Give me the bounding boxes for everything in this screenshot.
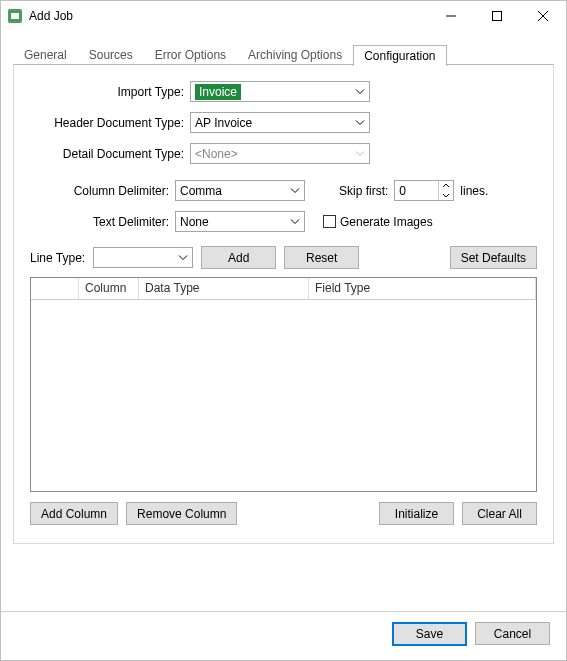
dialog-content: General Sources Error Options Archiving … xyxy=(1,31,566,660)
chevron-down-icon xyxy=(288,182,302,199)
remove-column-button[interactable]: Remove Column xyxy=(126,502,237,525)
skip-first-spinner[interactable] xyxy=(438,181,453,200)
tab-panel-configuration: Import Type: Invoice Header Document Typ… xyxy=(13,64,554,544)
title-bar: Add Job xyxy=(1,1,566,31)
grid-col-rowheader xyxy=(31,278,79,299)
chevron-down-icon xyxy=(353,145,367,162)
cancel-button[interactable]: Cancel xyxy=(475,622,550,645)
spin-up-icon[interactable] xyxy=(439,181,453,191)
generate-images-label: Generate Images xyxy=(340,215,433,229)
import-type-label: Import Type: xyxy=(30,85,190,99)
lines-suffix: lines. xyxy=(460,184,488,198)
tab-sources[interactable]: Sources xyxy=(78,44,144,65)
chevron-down-icon xyxy=(353,83,367,100)
reset-button[interactable]: Reset xyxy=(284,246,359,269)
generate-images-checkbox[interactable] xyxy=(323,215,336,228)
window-title: Add Job xyxy=(29,9,428,23)
minimize-button[interactable] xyxy=(428,1,474,31)
svg-rect-3 xyxy=(493,12,502,21)
text-delimiter-value: None xyxy=(180,215,209,229)
line-type-select[interactable] xyxy=(93,247,193,268)
import-type-select[interactable]: Invoice xyxy=(190,81,370,102)
header-doc-type-label: Header Document Type: xyxy=(30,116,190,130)
save-button[interactable]: Save xyxy=(392,622,467,646)
column-delimiter-value: Comma xyxy=(180,184,222,198)
tab-archiving-options[interactable]: Archiving Options xyxy=(237,44,353,65)
grid-header: Column Data Type Field Type xyxy=(31,278,536,300)
set-defaults-button[interactable]: Set Defaults xyxy=(450,246,537,269)
spin-down-icon[interactable] xyxy=(439,191,453,201)
columns-grid[interactable]: Column Data Type Field Type xyxy=(30,277,537,492)
svg-rect-1 xyxy=(11,13,19,19)
tab-configuration[interactable]: Configuration xyxy=(353,45,446,66)
initialize-button[interactable]: Initialize xyxy=(379,502,454,525)
line-type-label: Line Type: xyxy=(30,251,85,265)
skip-first-input[interactable]: 0 xyxy=(394,180,454,201)
tab-general[interactable]: General xyxy=(13,44,78,65)
header-doc-type-value: AP Invoice xyxy=(195,116,252,130)
close-button[interactable] xyxy=(520,1,566,31)
grid-col-fieldtype[interactable]: Field Type xyxy=(309,278,536,299)
clear-all-button[interactable]: Clear All xyxy=(462,502,537,525)
skip-first-label: Skip first: xyxy=(339,184,394,198)
chevron-down-icon xyxy=(288,213,302,230)
text-delimiter-select[interactable]: None xyxy=(175,211,305,232)
tab-strip: General Sources Error Options Archiving … xyxy=(13,43,554,65)
grid-col-column[interactable]: Column xyxy=(79,278,139,299)
header-doc-type-select[interactable]: AP Invoice xyxy=(190,112,370,133)
text-delimiter-label: Text Delimiter: xyxy=(30,215,175,229)
add-button[interactable]: Add xyxy=(201,246,276,269)
add-column-button[interactable]: Add Column xyxy=(30,502,118,525)
chevron-down-icon xyxy=(176,249,190,266)
window-buttons xyxy=(428,1,566,31)
maximize-button[interactable] xyxy=(474,1,520,31)
detail-doc-type-label: Detail Document Type: xyxy=(30,147,190,161)
skip-first-value: 0 xyxy=(399,184,406,198)
dialog-footer: Save Cancel xyxy=(1,611,566,660)
tab-error-options[interactable]: Error Options xyxy=(144,44,237,65)
app-icon xyxy=(7,8,23,24)
column-delimiter-label: Column Delimiter: xyxy=(30,184,175,198)
detail-doc-type-select: <None> xyxy=(190,143,370,164)
import-type-value: Invoice xyxy=(195,84,241,100)
detail-doc-type-value: <None> xyxy=(195,147,238,161)
grid-col-datatype[interactable]: Data Type xyxy=(139,278,309,299)
column-delimiter-select[interactable]: Comma xyxy=(175,180,305,201)
chevron-down-icon xyxy=(353,114,367,131)
